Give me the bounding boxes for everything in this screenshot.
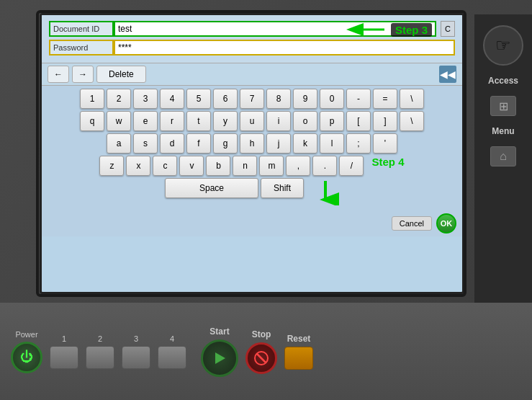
- power-label: Power: [15, 330, 37, 339]
- key-u[interactable]: u: [240, 111, 264, 131]
- key-b[interactable]: b: [206, 156, 230, 176]
- key-5[interactable]: 5: [186, 89, 211, 109]
- start-label: Start: [209, 326, 229, 337]
- key-z[interactable]: z: [99, 156, 124, 176]
- key-l[interactable]: l: [320, 133, 344, 154]
- double-arrow-button[interactable]: ◀◀: [439, 66, 456, 83]
- num-button-4[interactable]: [158, 346, 186, 369]
- key-slash[interactable]: /: [339, 156, 364, 176]
- delete-button[interactable]: Delete: [96, 66, 146, 83]
- num-label-4: 4: [170, 334, 174, 343]
- key-m[interactable]: m: [259, 156, 284, 176]
- num-btn-group-3: 3: [122, 334, 150, 369]
- start-icon: [209, 348, 230, 368]
- key-6[interactable]: 6: [213, 89, 238, 109]
- cancel-button[interactable]: Cancel: [392, 216, 432, 231]
- key-2[interactable]: 2: [107, 89, 131, 109]
- key-w[interactable]: w: [107, 111, 131, 131]
- stop-icon: [253, 350, 269, 366]
- fields-area: Document ID test C Step 3: [42, 15, 462, 63]
- num-btn-group-1: 1: [50, 334, 78, 369]
- clear-button[interactable]: C: [441, 21, 455, 37]
- key-minus[interactable]: -: [346, 89, 371, 109]
- password-row: Password ****: [49, 40, 455, 55]
- num-btn-group-4: 4: [158, 334, 186, 369]
- power-button[interactable]: ⏻: [11, 342, 42, 373]
- key-a[interactable]: a: [107, 133, 131, 154]
- password-value[interactable]: ****: [114, 40, 455, 55]
- space-key[interactable]: Space: [165, 178, 258, 198]
- num-button-1[interactable]: [50, 346, 78, 369]
- num-button-3[interactable]: [122, 346, 150, 369]
- key-r[interactable]: r: [160, 111, 184, 131]
- num-label-3: 3: [134, 334, 138, 343]
- step3-label: Step 3: [391, 23, 432, 37]
- power-section: Power ⏻: [11, 330, 42, 373]
- menu-icon-button[interactable]: ⌂: [490, 146, 516, 166]
- shift-key[interactable]: Shift: [261, 178, 304, 198]
- key-g[interactable]: g: [213, 133, 238, 154]
- key-8[interactable]: 8: [266, 89, 291, 109]
- reset-button[interactable]: [284, 347, 313, 370]
- key-c[interactable]: c: [153, 156, 177, 176]
- key-semicolon[interactable]: ;: [346, 133, 371, 154]
- key-4[interactable]: 4: [160, 89, 184, 109]
- keyboard-row-1: 1 2 3 4 5 6 7 8 9 0 - = \: [46, 89, 458, 109]
- key-i[interactable]: i: [266, 111, 291, 131]
- key-f[interactable]: f: [186, 133, 211, 154]
- back-arrow-button[interactable]: ←: [48, 66, 69, 83]
- access-label: Access: [488, 76, 518, 86]
- stop-section: Stop: [245, 329, 277, 374]
- document-id-label: Document ID: [49, 21, 114, 37]
- key-k[interactable]: k: [293, 133, 317, 154]
- key-9[interactable]: 9: [293, 89, 317, 109]
- right-panel: ☞ Access ⊞ Menu ⌂: [474, 14, 532, 303]
- key-quote[interactable]: ': [373, 133, 397, 154]
- key-e[interactable]: e: [133, 111, 158, 131]
- action-row: Cancel OK: [42, 210, 462, 236]
- keyboard-row-space: Space Shift: [46, 178, 458, 205]
- forward-arrow-button[interactable]: →: [72, 66, 94, 83]
- key-y[interactable]: y: [213, 111, 238, 131]
- key-o[interactable]: o: [293, 111, 317, 131]
- key-n[interactable]: n: [233, 156, 257, 176]
- start-button[interactable]: [201, 339, 238, 377]
- key-j[interactable]: j: [266, 133, 291, 154]
- key-s[interactable]: s: [133, 133, 158, 154]
- num-btn-group-2: 2: [86, 334, 114, 369]
- key-backslash[interactable]: \: [400, 89, 424, 109]
- key-7[interactable]: 7: [240, 89, 264, 109]
- svg-line-6: [257, 354, 266, 363]
- key-pipe[interactable]: \: [400, 111, 424, 131]
- key-rbracket[interactable]: ]: [373, 111, 397, 131]
- key-0[interactable]: 0: [320, 89, 344, 109]
- step4-label: Step 4: [371, 156, 404, 176]
- stop-label: Stop: [252, 329, 271, 339]
- key-comma[interactable]: ,: [286, 156, 310, 176]
- key-d[interactable]: d: [160, 133, 184, 154]
- key-h[interactable]: h: [240, 133, 264, 154]
- access-icon-button[interactable]: ⊞: [490, 96, 516, 116]
- screen: Document ID test C Step 3: [40, 13, 464, 294]
- num-button-2[interactable]: [86, 346, 114, 369]
- step3-annotation: Step 3: [345, 19, 432, 40]
- touch-icon[interactable]: ☞: [483, 25, 523, 66]
- keyboard-area: 1 2 3 4 5 6 7 8 9 0 - = \ q w e r t: [42, 86, 462, 210]
- key-3[interactable]: 3: [133, 89, 158, 109]
- key-1[interactable]: 1: [80, 89, 104, 109]
- key-equals[interactable]: =: [373, 89, 397, 109]
- key-q[interactable]: q: [80, 111, 104, 131]
- stop-button[interactable]: [245, 342, 277, 374]
- bottom-panel: Power ⏻ 1 2 3 4: [0, 303, 532, 400]
- step3-arrow-icon: [345, 19, 388, 40]
- key-lbracket[interactable]: [: [346, 111, 371, 131]
- key-x[interactable]: x: [126, 156, 150, 176]
- nav-row: ← → Delete ◀◀: [42, 63, 462, 86]
- key-p[interactable]: p: [320, 111, 344, 131]
- svg-marker-4: [215, 352, 225, 364]
- num-label-2: 2: [98, 334, 102, 343]
- ok-button[interactable]: OK: [436, 213, 456, 234]
- key-v[interactable]: v: [179, 156, 204, 176]
- key-period[interactable]: .: [312, 156, 337, 176]
- key-t[interactable]: t: [186, 111, 211, 131]
